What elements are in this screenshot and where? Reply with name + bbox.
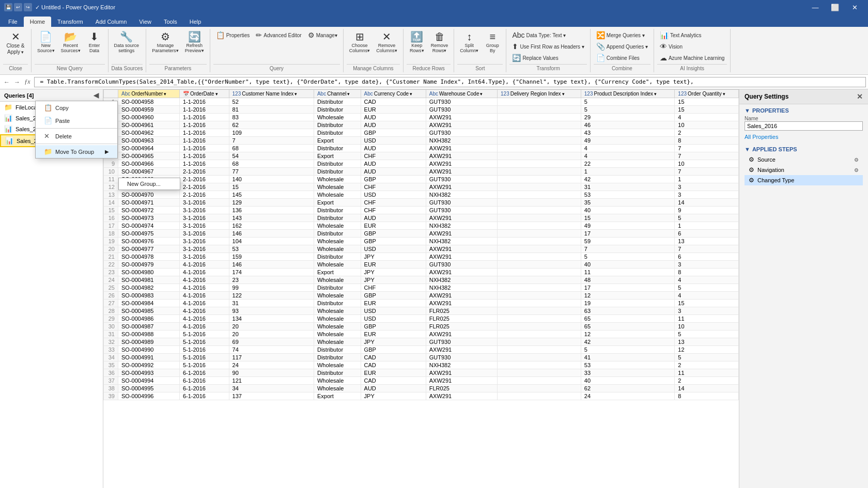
ctx-move-to-group[interactable]: 📁 Move To Group ▶ bbox=[36, 145, 117, 158]
row-number: 37 bbox=[104, 377, 118, 385]
main-layout: Queries [4] ◀ 📁 FileLocation (C:\Use... … bbox=[0, 89, 868, 488]
undo-icon[interactable]: ↩ bbox=[14, 3, 22, 11]
replace-values-button[interactable]: 🔄 Replace Values bbox=[509, 53, 561, 63]
row-number: 30 bbox=[104, 323, 118, 330]
table-cell bbox=[498, 338, 581, 346]
split-column-button[interactable]: ↕ SplitColumn▾ bbox=[457, 30, 481, 55]
step-source[interactable]: ⚙ Source ⚙ bbox=[745, 154, 863, 165]
col-header-productdescindex[interactable]: 123Product Description Index▾ bbox=[581, 90, 675, 98]
tab-tools[interactable]: Tools bbox=[158, 17, 183, 27]
properties-collapse-icon[interactable]: ▼ bbox=[745, 107, 750, 114]
combine-files-button[interactable]: 📄 Combine Files bbox=[594, 53, 642, 63]
col-header-customernameindex[interactable]: 123Customer Name Index▾ bbox=[229, 90, 314, 98]
step-navigation[interactable]: ⚙ Navigation ⚙ bbox=[745, 165, 863, 175]
table-cell: 143 bbox=[229, 214, 314, 222]
formula-forward-icon[interactable]: → bbox=[12, 77, 22, 87]
use-first-row-button[interactable]: ⬆ Use First Row as Headers ▾ bbox=[509, 41, 586, 52]
manage-button[interactable]: ⚙ Manage▾ bbox=[305, 30, 340, 40]
table-cell: 68 bbox=[229, 160, 314, 168]
remove-rows-button[interactable]: 🗑 RemoveRows▾ bbox=[428, 30, 451, 55]
append-queries-button[interactable]: 📎 Append Queries ▾ bbox=[594, 41, 650, 52]
step-navigation-gear[interactable]: ⚙ bbox=[854, 167, 859, 173]
ctx-new-group[interactable]: New Group... bbox=[119, 178, 180, 190]
grid-container[interactable]: AbcOrderNumber▾ 📅OrderDate▾ 123Customer … bbox=[103, 89, 739, 488]
queries-toggle[interactable]: ◀ bbox=[94, 91, 99, 99]
col-header-channel[interactable]: AbcChannel▾ bbox=[314, 90, 361, 98]
table-cell: JPY bbox=[361, 276, 426, 284]
all-properties-anchor[interactable]: All Properties bbox=[745, 134, 778, 140]
redo-icon[interactable]: ↪ bbox=[24, 3, 32, 11]
tab-add-column[interactable]: Add Column bbox=[89, 17, 133, 27]
close-apply-button[interactable]: ✕ Close &Apply▾ bbox=[3, 30, 28, 57]
query-settings-close[interactable]: ✕ bbox=[857, 92, 863, 101]
save-icon[interactable]: 💾 bbox=[4, 3, 12, 11]
table-cell: CHF bbox=[361, 152, 426, 160]
new-source-button[interactable]: 📄 NewSource▾ bbox=[35, 30, 57, 55]
all-properties-link[interactable]: All Properties bbox=[745, 134, 863, 140]
col-header-currencycode[interactable]: AbcCurrency Code▾ bbox=[361, 90, 426, 98]
ctx-delete[interactable]: ✕ Delete bbox=[36, 130, 117, 143]
choose-columns-button[interactable]: ⊞ ChooseColumns▾ bbox=[347, 30, 373, 55]
minimize-button[interactable]: — bbox=[806, 0, 825, 14]
col-header-orderdate[interactable]: 📅OrderDate▾ bbox=[179, 90, 229, 98]
maximize-button[interactable]: ⬜ bbox=[826, 0, 844, 14]
ctx-paste[interactable]: 📄 Paste bbox=[36, 114, 117, 127]
row-number: 19 bbox=[104, 238, 118, 245]
ctx-copy-icon: 📋 bbox=[44, 104, 52, 112]
table-cell: NXH382 bbox=[426, 238, 497, 245]
advanced-editor-button[interactable]: ✏ Advanced Editor bbox=[253, 30, 304, 40]
col-header-orderquantity[interactable]: 123Order Quantity▾ bbox=[675, 90, 739, 98]
row-number: 31 bbox=[104, 330, 118, 338]
formula-input[interactable] bbox=[34, 77, 866, 87]
tab-home[interactable]: Home bbox=[24, 17, 51, 27]
advanced-editor-icon: ✏ bbox=[256, 31, 262, 39]
enter-data-icon: ⬇ bbox=[90, 32, 99, 42]
azure-ml-button[interactable]: ☁ Azure Machine Learning bbox=[657, 53, 727, 63]
table-cell bbox=[498, 377, 581, 385]
manage-parameters-button[interactable]: ⚙ ManageParameters▾ bbox=[149, 30, 181, 55]
replace-values-icon: 🔄 bbox=[512, 54, 521, 62]
table-cell: SO-0004991 bbox=[118, 354, 180, 361]
col-header-deliveryregionindex[interactable]: 123Delivery Region Index▾ bbox=[498, 90, 581, 98]
table-cell: SO-0004979 bbox=[118, 261, 180, 269]
recent-sources-button[interactable]: 📂 RecentSources▾ bbox=[58, 30, 83, 55]
table-cell: 65 bbox=[581, 315, 675, 323]
close-button[interactable]: ✕ bbox=[845, 0, 864, 14]
table-cell bbox=[498, 129, 581, 137]
refresh-preview-button[interactable]: 🔄 RefreshPreview▾ bbox=[182, 30, 207, 55]
enter-data-button[interactable]: ⬇ EnterData bbox=[84, 30, 105, 55]
name-input[interactable] bbox=[745, 121, 863, 131]
data-source-settings-button[interactable]: 🔧 Data sourcesettings bbox=[112, 30, 142, 55]
text-analytics-button[interactable]: 📊 Text Analytics bbox=[657, 30, 704, 40]
merge-queries-button[interactable]: 🔀 Merge Queries ▾ bbox=[594, 30, 647, 40]
table-cell bbox=[498, 392, 581, 400]
tab-view[interactable]: View bbox=[133, 17, 158, 27]
ribbon-group-manage-columns: ⊞ ChooseColumns▾ ✕ RemoveColumns▾ Manage… bbox=[344, 29, 404, 72]
remove-columns-button[interactable]: ✕ RemoveColumns▾ bbox=[374, 30, 400, 55]
table-cell: Distributor bbox=[314, 129, 361, 137]
applied-steps-collapse-icon[interactable]: ▼ bbox=[745, 146, 750, 152]
data-type-button[interactable]: Abc Data Type: Text ▾ bbox=[509, 30, 568, 40]
tab-transform[interactable]: Transform bbox=[51, 17, 89, 27]
table-cell: 4-1-2016 bbox=[179, 315, 229, 323]
table-cell: GUT930 bbox=[426, 176, 497, 183]
step-changed-type[interactable]: ⚙ Changed Type bbox=[745, 175, 863, 185]
properties-button[interactable]: 📋 Properties bbox=[213, 30, 253, 40]
vision-button[interactable]: 👁 Vision bbox=[657, 41, 685, 52]
table-cell: 13 bbox=[675, 238, 739, 245]
keep-rows-button[interactable]: 🔝 KeepRows▾ bbox=[407, 30, 427, 55]
row-number: 11 bbox=[104, 176, 118, 183]
step-source-gear[interactable]: ⚙ bbox=[854, 157, 859, 163]
formula-fx-icon[interactable]: ƒx bbox=[23, 77, 32, 87]
ctx-copy[interactable]: 📋 Copy bbox=[36, 101, 117, 114]
table-cell bbox=[498, 176, 581, 183]
tab-help[interactable]: Help bbox=[183, 17, 208, 27]
col-header-warehousecode[interactable]: AbcWarehouse Code▾ bbox=[426, 90, 497, 98]
table-cell: 7 bbox=[675, 245, 739, 253]
formula-back-icon[interactable]: ← bbox=[2, 77, 11, 87]
group-by-button[interactable]: ≡ GroupBy bbox=[482, 30, 503, 55]
col-header-ordernumber[interactable]: AbcOrderNumber▾ bbox=[118, 90, 180, 98]
tab-file[interactable]: File bbox=[2, 17, 24, 27]
table-cell: USD bbox=[361, 315, 426, 323]
table-cell: 8 bbox=[675, 269, 739, 276]
